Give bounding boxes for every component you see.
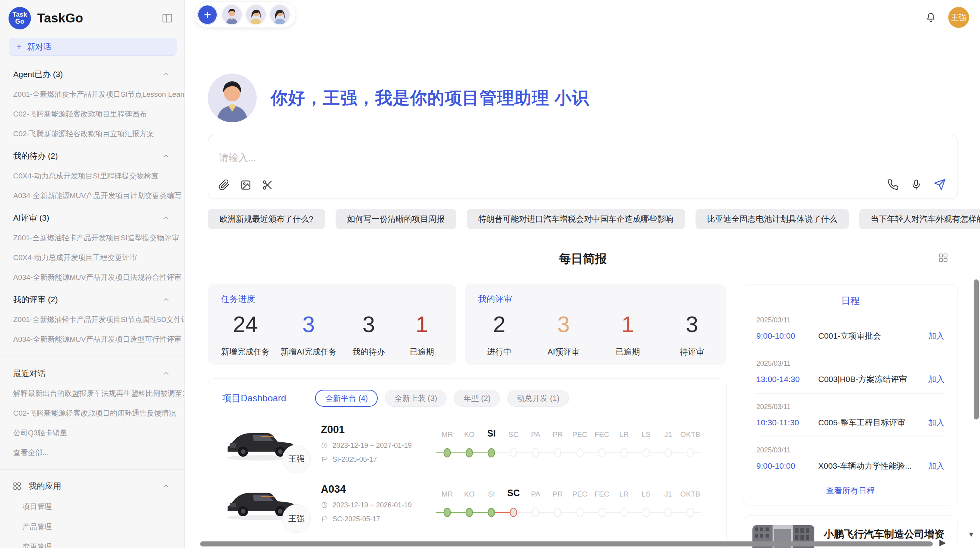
sidebar-task-item[interactable]: Z001-全新燃油轻卡产品开发项目SI造型提交物评审 xyxy=(0,233,184,243)
milestone-label: LS xyxy=(642,481,651,498)
logo-line2: Go xyxy=(15,18,24,25)
greeting-section: 你好，王强，我是你的项目管理助理 小识 xyxy=(208,74,958,122)
sidebar-recent-header[interactable]: 最近对话 xyxy=(0,368,184,379)
chevron-up-icon[interactable] xyxy=(162,214,170,222)
project-flag-label: SI-2025-05-17 xyxy=(332,456,377,464)
plus-icon: + xyxy=(16,42,22,51)
screenshot-scissors-icon[interactable] xyxy=(262,179,273,191)
sidebar-group-header[interactable]: AI评审 (3) xyxy=(0,212,184,223)
event-row: 10:30-11:30C005-整车工程目标评审加入 xyxy=(756,417,944,428)
sidebar-content: Agent已办 (3)Z001-全新燃油皮卡产品开发项目SI节点Lesson L… xyxy=(0,57,184,548)
sidebar-collapse-icon[interactable] xyxy=(160,11,174,25)
horizontal-scrollbar-thumb[interactable] xyxy=(200,541,933,546)
sidebar-task-item[interactable]: A034-全新新能源MUV产品开发项目计划变更类编写 xyxy=(0,191,184,201)
sidebar-group-title: 我的待办 (2) xyxy=(13,151,58,161)
event-join-link[interactable]: 加入 xyxy=(928,374,944,385)
stat-label: AI预评审 xyxy=(542,346,585,357)
phone-call-icon[interactable] xyxy=(887,179,899,190)
milestone: PEC xyxy=(569,481,591,525)
send-icon[interactable] xyxy=(934,178,946,191)
suggestion-chip[interactable]: 欧洲新规最近颁布了什么? xyxy=(208,209,325,229)
chevron-up-icon[interactable] xyxy=(162,482,170,490)
view-all-schedule-link[interactable]: 查看所有日程 xyxy=(756,485,944,496)
sidebar-task-item[interactable]: Z001-全新燃油皮卡产品开发项目SI节点Lesson Learn报告 xyxy=(0,89,184,99)
dashboard-tab[interactable]: 全新平台 (4) xyxy=(315,390,378,407)
content: 你好，王强，我是你的项目管理助理 小识 请输入... xyxy=(208,74,958,548)
suggestion-chip[interactable]: 当下年轻人对汽车外观有怎样的喜好趋势 xyxy=(859,209,980,229)
sidebar-item-my-apps[interactable]: 我的应用 xyxy=(0,481,184,491)
event-row: 13:00-14:30C003|H0B-方案冻结评审加入 xyxy=(756,374,944,385)
vertical-scrollbar-thumb[interactable] xyxy=(974,279,979,420)
suggestion-chip[interactable]: 比亚迪全固态电池计划具体说了什么 xyxy=(696,209,849,229)
dashboard-tab[interactable]: 动总开发 (1) xyxy=(507,390,569,407)
dashboard-title: 项目Dashboard xyxy=(222,392,286,404)
milestone: SC xyxy=(502,481,524,525)
sidebar-group-header[interactable]: 我的评审 (2) xyxy=(0,294,184,305)
agent-avatar-3[interactable] xyxy=(270,5,290,24)
app-sub-item[interactable]: 项目管理 xyxy=(0,502,184,512)
dashboard-tab[interactable]: 年型 (2) xyxy=(454,390,500,407)
user-avatar[interactable]: 王强 xyxy=(948,7,969,28)
microphone-icon[interactable] xyxy=(910,179,922,190)
attachment-icon[interactable] xyxy=(218,179,230,191)
event-join-link[interactable]: 加入 xyxy=(928,417,944,428)
notification-bell-icon[interactable] xyxy=(925,12,937,23)
chevron-up-icon[interactable] xyxy=(162,70,170,79)
composer[interactable]: 请输入... xyxy=(208,135,958,199)
milestone-label: PEC xyxy=(572,422,587,439)
scroll-right-arrow-icon[interactable]: ▶ xyxy=(939,538,946,548)
project-row[interactable]: 王强Z0012023-12-19 ~ 2027-01-19SI-2025-05-… xyxy=(222,421,712,466)
app-sub-item[interactable]: 产品管理 xyxy=(0,522,184,532)
milestone-columns: MRKOSISCPAPRPECFECLRLSJ1OKTB xyxy=(436,481,701,525)
scroll-down-arrow-icon[interactable]: ▼ xyxy=(968,531,975,539)
project-dates: 2023-12-19 ~ 2027-01-19 xyxy=(321,442,434,450)
stat-item: 1已逾期 xyxy=(401,307,443,357)
project-owner-badge: 王强 xyxy=(282,504,311,533)
stat-item: 3我的待办 xyxy=(348,307,390,357)
milestone: LR xyxy=(613,481,635,525)
sidebar-task-item[interactable]: C02-飞腾新能源轻客改款项目里程碑画布 xyxy=(0,109,184,119)
stat-value: 1 xyxy=(401,311,443,337)
milestone-dot xyxy=(466,508,473,517)
sidebar-recent-title: 最近对话 xyxy=(13,368,46,379)
image-upload-icon[interactable] xyxy=(240,179,252,191)
sidebar-task-item[interactable]: Z001-全新燃油轻卡产品开发项目SI节点属性5D文件评审 xyxy=(0,315,184,325)
milestone: PA xyxy=(524,422,547,465)
agent-avatar-1[interactable] xyxy=(222,5,242,24)
milestone-label: PA xyxy=(531,422,540,439)
milestone-dot xyxy=(642,508,650,517)
sidebar-task-item[interactable]: C0X4-动力总成开发项目工程变更评审 xyxy=(0,253,184,263)
suggestion-chip[interactable]: 如何写一份清晰的项目周报 xyxy=(336,209,456,229)
flag-icon xyxy=(321,515,328,522)
app-sub-item[interactable]: 变更管理 xyxy=(0,542,184,548)
sidebar-group-header[interactable]: Agent已办 (3) xyxy=(0,69,184,80)
event-join-link[interactable]: 加入 xyxy=(928,331,944,341)
project-row[interactable]: 王强A0342023-12-19 ~ 2026-01-19SC-2025-05-… xyxy=(222,480,712,526)
recent-chat-item[interactable]: 公司Q3轻卡销量 xyxy=(0,428,184,438)
milestone: FEC xyxy=(591,422,613,465)
stat-item: 24新增完成任务 xyxy=(221,307,270,357)
milestone: PA xyxy=(524,481,547,525)
sidebar-task-item[interactable]: C0X4-动力总成开发项目SI里程碑提交物检查 xyxy=(0,171,184,181)
dashboard-tab[interactable]: 全新上装 (3) xyxy=(385,390,447,407)
add-agent-button[interactable]: + xyxy=(197,5,218,25)
sidebar-group-header[interactable]: 我的待办 (2) xyxy=(0,151,184,161)
milestone-dot xyxy=(532,508,539,517)
suggestion-chip[interactable]: 特朗普可能对进口汽车增税会对中国车企造成哪些影响 xyxy=(467,209,685,229)
chevron-up-icon[interactable] xyxy=(162,295,170,304)
event-join-link[interactable]: 加入 xyxy=(928,461,944,471)
sidebar-task-item[interactable]: A034-全新新能源MUV产品开发项目造型可行性评审 xyxy=(0,334,184,344)
sidebar-task-item[interactable]: A034-全新新能源MUV产品开发项目法规符合性评审 xyxy=(0,272,184,283)
recent-chat-item[interactable]: 查看全部... xyxy=(0,448,184,458)
sidebar-task-item[interactable]: C02-飞腾新能源轻客改款项目立项汇报方案 xyxy=(0,129,184,139)
agent-avatar-2[interactable] xyxy=(246,5,266,24)
layout-grid-icon[interactable] xyxy=(938,252,949,263)
recent-chat-item[interactable]: C02-飞腾新能源轻客改款项目的闭环通告反馈情况 xyxy=(0,408,184,418)
new-chat-button[interactable]: + 新对话 xyxy=(9,38,176,56)
schedule-title: 日程 xyxy=(756,295,944,307)
recent-chat-item[interactable]: 解释最新出台的欧盟报废车法规再生塑料比例被调至15%... xyxy=(0,389,184,399)
event-time: 9:00-10:00 xyxy=(756,331,818,341)
milestone-dot xyxy=(620,508,628,517)
chevron-up-icon[interactable] xyxy=(162,152,170,160)
chevron-up-icon[interactable] xyxy=(162,369,170,378)
